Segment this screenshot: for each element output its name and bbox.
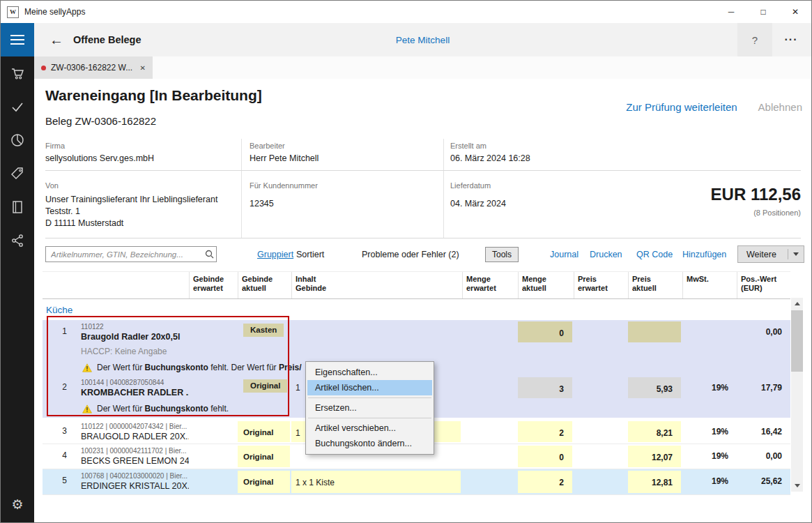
- mwst-cell: 19%: [682, 420, 737, 444]
- scrollbar-thumb[interactable]: [791, 310, 803, 372]
- header-mwst[interactable]: MwSt.: [682, 272, 737, 298]
- tools-button[interactable]: Tools: [485, 247, 519, 262]
- mwst-cell: [682, 320, 737, 344]
- pos-wert-cell: 17,79: [737, 376, 790, 400]
- menu-item-buchungskonto-aendern[interactable]: Buchungskonto ändern...: [307, 436, 432, 451]
- warning-icon: [82, 404, 92, 414]
- menu-item-artikel-loeschen[interactable]: Artikel löschen...: [307, 380, 432, 395]
- mwst-cell: 19%: [682, 444, 737, 469]
- gebinde-badge[interactable]: Original: [238, 469, 291, 494]
- article-code: 100231 | 00000042111702 | Bier...: [81, 446, 189, 455]
- help-button[interactable]: ?: [737, 23, 772, 56]
- menge-aktuell-cell[interactable]: 2: [518, 420, 574, 444]
- preis-aktuell-cell[interactable]: 12,07: [628, 444, 682, 469]
- pos-wert-cell: 16,42: [737, 420, 790, 444]
- preis-aktuell-cell[interactable]: 5,93: [628, 376, 682, 400]
- article-name: BRAUGOLD RADLER 20X...: [81, 431, 189, 442]
- close-button[interactable]: ✕: [779, 1, 811, 23]
- gear-icon[interactable]: ⚙: [1, 490, 34, 518]
- chevron-down-icon: [793, 252, 799, 256]
- header-preis-erwartet[interactable]: Preis erwartet: [574, 272, 628, 298]
- row-number: 3: [43, 420, 74, 444]
- gebinde-badge: Original: [243, 379, 287, 393]
- mwst-cell: 19%: [682, 469, 737, 494]
- document-number: Beleg ZW-0306-162822: [45, 115, 156, 127]
- minimize-button[interactable]: ─: [715, 1, 747, 23]
- menge-aktuell-cell[interactable]: 2: [518, 469, 574, 494]
- app-window: W Meine sellyApps ─ □ ✕: [0, 0, 812, 523]
- preis-aktuell-cell[interactable]: 12,81: [628, 469, 682, 494]
- document-tab[interactable]: ZW-0306-162822 W... ✕: [34, 56, 153, 79]
- content-area: Wareneingang [In Bearbeitung] Zur Prüfun…: [34, 79, 811, 522]
- price-tag-icon[interactable]: [1, 157, 34, 190]
- warning-icon: [82, 363, 92, 372]
- firma-label: Firma: [45, 142, 65, 150]
- row-number: 5: [43, 469, 74, 494]
- divider: [45, 238, 801, 238]
- probleme-filter[interactable]: Probleme oder Fehler (2): [362, 250, 459, 259]
- article-code: 100768 | 04002103000020 | Bier...: [81, 471, 189, 480]
- scroll-up-icon[interactable]: [791, 298, 803, 310]
- bearbeiter-value: Herr Pete Mitchell: [250, 153, 319, 163]
- context-menu: Eigenschaften... Artikel löschen... Erse…: [305, 361, 434, 455]
- menu-item-eigenschaften[interactable]: Eigenschaften...: [307, 365, 432, 380]
- hamburger-menu-icon[interactable]: [1, 23, 34, 56]
- sidebar: ⚙: [1, 23, 34, 522]
- menge-aktuell-cell[interactable]: 0: [518, 320, 574, 344]
- journal-link[interactable]: Journal: [550, 250, 579, 259]
- header-preis-aktuell[interactable]: Preis aktuell: [628, 272, 682, 298]
- share-network-icon[interactable]: [1, 224, 34, 257]
- group-header-kueche[interactable]: Küche: [43, 299, 790, 320]
- gebinde-badge[interactable]: Original: [238, 444, 291, 469]
- pos-wert-cell: 25,62: [737, 469, 790, 494]
- menge-aktuell-cell[interactable]: 0: [518, 444, 574, 469]
- app-title: Meine sellyApps: [24, 7, 85, 17]
- row-number: 4: [43, 444, 74, 469]
- header-inhalt-gebinde[interactable]: Inhalt Gebinde: [291, 272, 462, 298]
- menu-item-artikel-verschieben[interactable]: Artikel verschieben...: [307, 420, 432, 436]
- user-name[interactable]: Pete Mitchell: [34, 35, 811, 45]
- article-code: 110122: [81, 322, 189, 331]
- gebinde-badge: Kasten: [243, 324, 284, 337]
- reject-link[interactable]: Ablehnen: [758, 101, 802, 113]
- journal-book-icon[interactable]: [1, 190, 34, 224]
- weitere-dropdown[interactable]: Weitere: [737, 245, 804, 263]
- menu-item-ersetzen[interactable]: Ersetzen...: [307, 400, 432, 416]
- inhalt-cell[interactable]: 1 x 1 Kiste: [291, 469, 462, 494]
- check-icon[interactable]: [1, 90, 34, 123]
- firma-value: sellysolutions Serv.ges.mbH: [45, 153, 154, 163]
- menu-separator: [308, 418, 431, 418]
- header-rownum: [43, 272, 74, 298]
- article-name: BECKS GREEN LEMON 24...: [81, 455, 189, 467]
- drucken-link[interactable]: Drucken: [590, 250, 622, 259]
- document-title: Wareneingang [In Bearbeitung]: [45, 87, 262, 104]
- gebinde-badge[interactable]: Original: [238, 420, 291, 444]
- tab-close-icon[interactable]: ✕: [140, 64, 146, 72]
- cart-icon[interactable]: [1, 56, 34, 90]
- preis-aktuell-cell[interactable]: [628, 320, 682, 344]
- forward-for-review-link[interactable]: Zur Prüfung weiterleiten: [626, 101, 737, 113]
- header-gebinde-aktuell[interactable]: Gebinde aktuell: [238, 272, 291, 298]
- search-icon[interactable]: [202, 250, 216, 259]
- app-icon: W: [7, 6, 19, 18]
- header-menge-aktuell[interactable]: Menge aktuell: [518, 272, 574, 298]
- maximize-button[interactable]: □: [747, 1, 779, 23]
- header-menge-erwartet[interactable]: Menge erwartet: [462, 272, 518, 298]
- qr-code-link[interactable]: QR Code: [636, 250, 673, 259]
- preis-aktuell-cell[interactable]: 8,21: [628, 420, 682, 444]
- table-row[interactable]: 5 100768 | 04002103000020 | Bier... ERDI…: [43, 469, 790, 495]
- pie-chart-icon[interactable]: [1, 123, 34, 157]
- article-name: KROMBACHER RADLER ...: [81, 387, 189, 398]
- article-name: Braugold Radler 20x0,5l: [81, 331, 189, 342]
- sortiert-toggle[interactable]: Sortiert: [296, 250, 324, 259]
- header-gebinde-erwartet[interactable]: Gebinde erwartet: [189, 272, 238, 298]
- search-input[interactable]: [46, 250, 202, 259]
- gruppiert-toggle[interactable]: Gruppiert: [257, 250, 293, 259]
- header-pos-wert[interactable]: Pos.-Wert (EUR): [737, 272, 790, 298]
- more-options-button[interactable]: ···: [775, 23, 807, 56]
- table-scrollbar[interactable]: [791, 298, 803, 492]
- article-code: 100144 | 04008287050844: [81, 378, 189, 387]
- scroll-down-icon[interactable]: [791, 480, 803, 492]
- hinzufuegen-link[interactable]: Hinzufügen: [682, 250, 726, 259]
- menge-aktuell-cell[interactable]: 3: [518, 376, 574, 400]
